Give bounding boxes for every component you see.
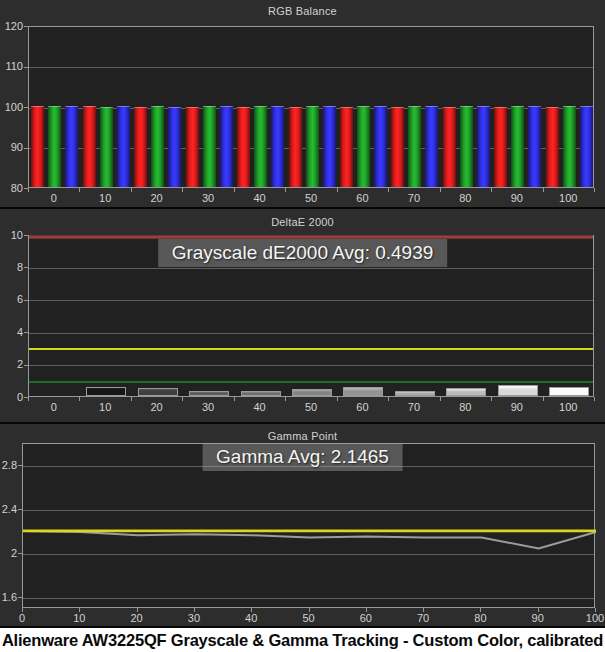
x-tick-mark [194,608,195,612]
y-axis-label: 2.8 [0,459,17,472]
y-tick-mark [24,148,28,149]
rgb-bar-green [563,106,576,187]
rgb-bar-red [391,107,404,187]
rgb-bar-blue [117,106,130,187]
y-tick-mark [24,365,28,366]
x-tick-mark [480,608,481,612]
rgb-bar-red [546,107,559,187]
y-tick-mark [24,26,28,27]
y-gridline [29,333,593,334]
y-tick-mark [18,553,22,554]
rgb-balance-title: RGB Balance [0,5,605,17]
x-axis-label: 70 [397,401,431,414]
x-tick-mark [594,397,595,401]
x-tick-mark [423,608,424,612]
deltae-average-badge: Grayscale dE2000 Avg: 0.4939 [158,239,448,267]
x-tick-mark [366,608,367,612]
y-axis-label: 0 [0,391,23,404]
x-tick-mark [538,608,539,612]
rgb-bar-green [511,106,524,187]
rgb-bar-red [31,106,44,187]
x-axis-label: 100 [578,612,605,625]
x-axis-label: 90 [500,192,534,205]
x-tick-mark [440,397,441,401]
y-tick-mark [24,267,28,268]
x-tick-mark [595,608,596,612]
y-gridline [29,67,593,68]
x-tick-mark [182,397,183,401]
gamma-average-badge: Gamma Avg: 2.1465 [202,443,403,471]
y-tick-mark [24,235,28,236]
gamma-point-chart: Gamma Point Gamma Avg: 2.1465 2.82.421.6… [0,424,605,626]
y-tick-mark [18,465,22,466]
x-tick-mark [79,188,80,192]
x-axis-label: 60 [345,192,379,205]
y-gridline [29,300,593,301]
rgb-bar-green [151,106,164,187]
x-tick-mark [234,397,235,401]
x-axis-label: 10 [62,612,96,625]
x-tick-mark [131,397,132,401]
rgb-bar-red [340,107,353,187]
rgb-balance-chart: RGB Balance 1201101009080010203040506070… [0,0,605,207]
rgb-bar-blue [323,106,336,187]
y-tick-mark [18,597,22,598]
deltae-bar [395,391,435,396]
y-gridline [29,268,593,269]
rgb-bar-green [48,106,61,187]
x-axis-label: 0 [37,401,71,414]
x-axis-label: 50 [294,192,328,205]
rgb-bar-blue [528,106,541,187]
x-tick-mark [440,188,441,192]
x-axis-label: 20 [140,401,174,414]
x-axis-label: 40 [243,401,277,414]
caption-text: Alienware AW3225QF Grayscale & Gamma Tra… [2,631,603,650]
x-tick-mark [309,608,310,612]
reference-line-limit [29,235,593,239]
x-tick-mark [388,397,389,401]
rgb-bar-red [134,107,147,187]
x-tick-mark [543,397,544,401]
rgb-bar-blue [477,106,490,187]
x-tick-mark [491,188,492,192]
y-tick-mark [24,107,28,108]
x-tick-mark [285,188,286,192]
x-axis-label: 30 [191,192,225,205]
calibration-report: RGB Balance 1201101009080010203040506070… [0,0,605,652]
x-tick-mark [131,188,132,192]
y-axis-label: 10 [0,229,23,242]
gamma-title: Gamma Point [0,430,605,442]
x-axis-label: 50 [292,612,326,625]
y-axis-label: 2 [0,358,23,371]
rgb-bar-blue [65,106,78,187]
deltae-bar [549,387,589,396]
deltae-bar [498,385,538,396]
rgb-bar-green [203,106,216,187]
x-axis-label: 10 [88,192,122,205]
x-axis-label: 20 [140,192,174,205]
deltae-title: DeltaE 2000 [0,216,605,228]
deltae-bar [292,389,332,396]
x-axis-label: 90 [521,612,555,625]
x-tick-mark [543,188,544,192]
x-tick-mark [28,188,29,192]
rgb-bar-blue [220,106,233,187]
x-axis-label: 100 [551,192,585,205]
reference-line-good [29,381,593,383]
x-tick-mark [182,188,183,192]
rgb-bar-red [83,106,96,187]
deltae-bar [241,391,281,396]
x-tick-mark [337,397,338,401]
x-tick-mark [22,608,23,612]
deltae-bar [138,388,178,396]
x-axis-label: 50 [294,401,328,414]
rgb-bar-red [289,107,302,187]
deltae-2000-chart: DeltaE 2000 Grayscale dE2000 Avg: 0.4939… [0,209,605,422]
x-tick-mark [388,188,389,192]
caption-bar: Alienware AW3225QF Grayscale & Gamma Tra… [0,628,605,652]
rgb-bar-green [357,106,370,187]
rgb-bar-green [100,107,113,187]
x-tick-mark [594,188,595,192]
rgb-bar-blue [425,106,438,187]
y-axis-label: 2.4 [0,503,17,516]
